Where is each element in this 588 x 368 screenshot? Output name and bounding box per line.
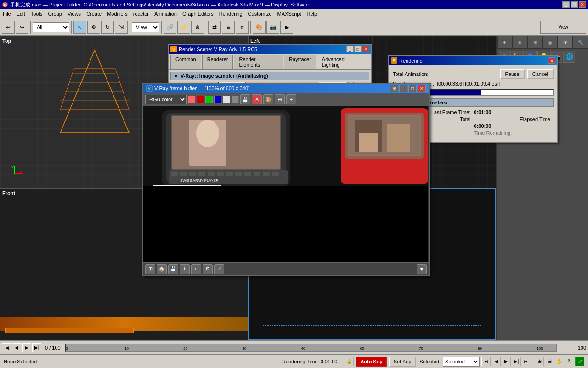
material-editor-btn[interactable]: 🎨	[253, 21, 266, 34]
section-collapse-btn[interactable]: ▼	[174, 73, 179, 79]
timeline-end: 100	[559, 345, 586, 351]
vfb-close-btn[interactable]: ✕	[418, 85, 426, 92]
vfb-restore-btn[interactable]: □	[408, 85, 417, 92]
viewport-btn[interactable]: View	[540, 21, 586, 34]
lock-btn[interactable]: 🔒	[345, 357, 354, 366]
end-btn[interactable]: ⏭	[522, 357, 531, 366]
cmd-icon-6[interactable]: 🌐	[563, 51, 575, 63]
vfb-bottom-expand-btn[interactable]: ⤢	[214, 264, 224, 274]
link-btn[interactable]: 🔗	[164, 21, 176, 34]
cmd-tab-create[interactable]: +	[497, 36, 512, 49]
cmd-tab-modify[interactable]: ≡	[512, 36, 527, 49]
tab-advanced-lighting[interactable]: Advanced Lighting	[317, 55, 368, 69]
next-key-btn[interactable]: ▶|	[32, 343, 41, 352]
unlink-btn[interactable]: ⚡	[177, 21, 190, 34]
auto-key-btn[interactable]: Auto Key	[356, 356, 387, 367]
menu-help[interactable]: Help	[304, 9, 320, 18]
menu-reactor[interactable]: reactor	[130, 9, 152, 18]
cmd-tab-utilities[interactable]: 🔧	[573, 36, 588, 49]
cancel-btn[interactable]: Cancel	[527, 69, 554, 79]
align-btn[interactable]: ≡	[222, 21, 235, 34]
vfb-bottom-prev-btn[interactable]: ↩	[191, 264, 201, 274]
play-fwd-btn[interactable]: ▶	[502, 357, 511, 366]
step-back-btn[interactable]: ◀	[492, 357, 501, 366]
bind-btn[interactable]: ⊕	[191, 21, 204, 34]
menu-group[interactable]: Group	[45, 9, 65, 18]
quick-render-btn[interactable]: ▶	[280, 21, 293, 34]
vfb-red-channel[interactable]	[188, 96, 195, 103]
tab-renderer[interactable]: Renderer	[202, 55, 233, 69]
undo-btn[interactable]: ↩	[2, 21, 15, 34]
vfb-bottom-home-btn[interactable]: 🏠	[157, 264, 167, 274]
step-fwd-btn[interactable]: ▶|	[512, 357, 521, 366]
vfb-green-btn[interactable]	[205, 96, 213, 103]
pan-btn[interactable]: ✋	[555, 357, 564, 366]
rotate-btn[interactable]: ↻	[101, 21, 114, 34]
menu-rendering[interactable]: Rendering	[216, 9, 245, 18]
rendering-controls: ✕	[548, 58, 555, 64]
zoom-extents-btn[interactable]: ⊞	[535, 357, 544, 366]
timeline-track[interactable]: 0 10 20 30 40 60 70 80 100	[65, 344, 557, 352]
vfb-bottom-settings-btn[interactable]: ⚙	[203, 264, 213, 274]
menu-modifiers[interactable]: Modifiers	[104, 9, 130, 18]
menu-edit[interactable]: Edit	[14, 9, 28, 18]
view-dropdown[interactable]: View	[132, 22, 159, 32]
vfb-bottom-info-btn[interactable]: ℹ	[180, 264, 190, 274]
menu-tools[interactable]: Tools	[28, 9, 45, 18]
render-scene-minimize[interactable]: _	[346, 46, 354, 52]
render-scene-maximize[interactable]: □	[354, 46, 362, 52]
minimize-btn[interactable]: _	[562, 1, 570, 8]
vfb-add-btn[interactable]: +	[286, 94, 296, 104]
vfb-color-correct-btn[interactable]: 🎨	[263, 94, 273, 104]
cmd-tab-motion[interactable]: ◎	[543, 36, 558, 49]
close-btn[interactable]: ✕	[579, 1, 586, 8]
vfb-white-btn[interactable]	[223, 96, 230, 103]
render-scene-btn[interactable]: 📷	[266, 21, 279, 34]
menu-graph-editors[interactable]: Graph Editors	[180, 9, 216, 18]
mirror-btn[interactable]: ⇄	[208, 21, 221, 34]
vfb-grid-btn[interactable]: ⊞	[390, 85, 398, 92]
menu-create[interactable]: Create	[84, 9, 104, 18]
vfb-bottom-save-btn[interactable]: 💾	[168, 264, 178, 274]
tab-render-elements[interactable]: Render Elements	[234, 55, 283, 69]
filter-dropdown[interactable]: All	[33, 22, 69, 32]
vfb-region-btn[interactable]: ⊕	[275, 94, 285, 104]
rendering-close-btn[interactable]: ✕	[548, 58, 555, 64]
arc-rotate-btn[interactable]: ↻	[565, 357, 574, 366]
move-btn[interactable]: ✥	[87, 21, 100, 34]
maximize-viewport-btn[interactable]: ⤢	[575, 357, 584, 366]
selected-dropdown[interactable]: Selected	[443, 356, 480, 367]
prev-key-btn[interactable]: ◀	[12, 343, 21, 352]
tab-raytracer[interactable]: Raytracer	[284, 55, 316, 69]
set-key-btn[interactable]: Set Key	[389, 356, 416, 367]
vfb-minimize-btn[interactable]: _	[399, 85, 407, 92]
zoom-all-btn[interactable]: ⊟	[545, 357, 554, 366]
play-btn[interactable]: ▶	[22, 343, 31, 352]
array-btn[interactable]: #	[236, 21, 249, 34]
tab-common[interactable]: Common	[170, 55, 201, 69]
menu-views[interactable]: Views	[65, 9, 84, 18]
maximize-btn[interactable]: □	[571, 1, 578, 8]
cmd-tab-hierarchy[interactable]: ⊞	[527, 36, 543, 49]
vfb-bottom-grid-btn[interactable]: ⊞	[145, 264, 155, 274]
redo-btn[interactable]: ↪	[16, 21, 28, 34]
select-btn[interactable]: ↖	[74, 21, 86, 34]
vfb-color-mode-dropdown[interactable]: RGB color	[145, 95, 187, 104]
vfb-bottom-arrow-btn[interactable]: ▼	[417, 264, 427, 274]
scale-btn[interactable]: ⇲	[115, 21, 128, 34]
prev-frame-btn[interactable]: |◀	[2, 343, 11, 352]
toolbar-sep-3	[130, 21, 130, 34]
cmd-tab-display[interactable]: 👁	[558, 36, 573, 49]
menu-maxscript[interactable]: MAXScript	[275, 9, 304, 18]
vfb-clear-btn[interactable]: ✕	[252, 94, 262, 104]
render-scene-close[interactable]: ✕	[362, 46, 369, 52]
menu-file[interactable]: File	[0, 9, 14, 18]
menu-customize[interactable]: Customize	[245, 9, 275, 18]
vfb-red-btn[interactable]	[197, 96, 204, 103]
vfb-save-btn[interactable]: 💾	[240, 94, 250, 104]
vfb-blue-btn[interactable]	[214, 96, 221, 103]
menu-animation[interactable]: Animation	[152, 9, 180, 18]
pause-btn[interactable]: Pause	[500, 69, 525, 79]
vfb-grey-btn[interactable]	[232, 96, 239, 103]
play-anim-btn[interactable]: ⏮	[481, 357, 491, 366]
